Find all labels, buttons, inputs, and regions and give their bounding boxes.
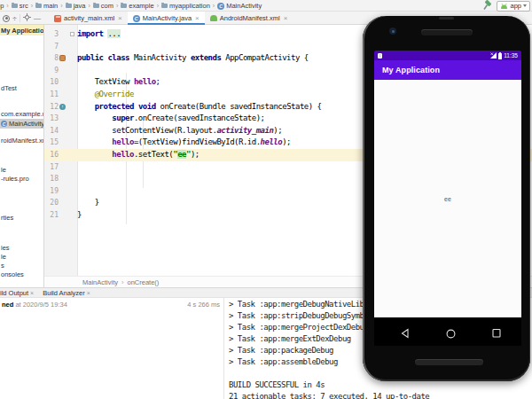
front-camera [389, 27, 396, 35]
folder-icon [161, 4, 168, 8]
home-icon[interactable] [446, 326, 456, 342]
breadcrumb-item-MainActivity[interactable]: CMainActivity [217, 2, 262, 10]
tree-item-com-example-myap[interactable]: com.example.myap [0, 109, 43, 119]
app-toolbar: My Application [374, 60, 521, 80]
build-status-line: ned at 2020/9/5 19:34 [2, 301, 67, 309]
line-number: 8 [44, 52, 59, 65]
breadcrumb-item-src[interactable]: src [12, 2, 28, 10]
class-file-icon: C [133, 15, 140, 22]
tree-item-My-Application-[interactable]: My Application] [0, 25, 43, 35]
breadcrumb-separator: › [116, 3, 118, 9]
toolwindow-tab-ild-Output[interactable]: ild Output× [0, 289, 38, 297]
project-tree-panel[interactable]: My Application]dTestcom.example.myapCMai… [0, 25, 44, 287]
tree-item-onsoles[interactable]: onsoles [0, 270, 43, 279]
run-configuration-selector[interactable]: app [497, 1, 530, 12]
line-number: 17 [44, 161, 59, 174]
breadcrumb-item-pp[interactable]: pp [0, 2, 4, 10]
locate-icon[interactable] [3, 15, 10, 22]
folder-icon [121, 4, 127, 8]
panel-divider [223, 298, 224, 399]
folder-icon [66, 4, 72, 8]
line-number: 19 [44, 185, 59, 198]
android-status-bar: 11:35 [374, 51, 521, 60]
line-number: 12 [44, 101, 59, 113]
battery-icon [498, 52, 502, 59]
breadcrumb-method[interactable]: onCreate() [128, 278, 160, 286]
android-studio-window: pp›src›main›java›com›example›myapplicati… [0, 0, 532, 399]
recents-icon[interactable] [492, 326, 501, 342]
manifest-file-icon [210, 15, 217, 21]
line-number: 15 [44, 137, 59, 149]
bottom-speaker [415, 359, 483, 365]
console-line: 21 actionable tasks: 7 executed, 14 up-t… [229, 391, 429, 399]
cellular-signal-icon [490, 52, 497, 59]
breadcrumb-item-example[interactable]: example [121, 2, 153, 10]
earpiece-speaker [421, 29, 473, 35]
mic-slot [439, 17, 454, 20]
tree-item-rties[interactable]: rties [0, 213, 43, 223]
folder-icon [93, 4, 99, 8]
line-number: 10 [44, 76, 59, 89]
breadcrumb-class[interactable]: MainActivity [82, 278, 118, 286]
chevron-down-icon [523, 4, 527, 7]
close-icon[interactable]: × [195, 14, 200, 22]
tree-item-roidManifest-xml[interactable]: roidManifest.xml [0, 136, 43, 145]
line-number: 3 [44, 28, 59, 41]
breadcrumb-separator: › [6, 3, 8, 9]
class-icon: C [217, 3, 224, 10]
gutter-override-icon[interactable]: ↑ [59, 104, 66, 110]
hide-icon[interactable]: — [34, 14, 41, 22]
editor-tabs: activity_main.xml×CMainActivity.java×And… [49, 12, 293, 25]
collapse-all-icon[interactable]: ÷ [12, 14, 17, 23]
breadcrumb-item-main[interactable]: main [35, 2, 58, 10]
tree-item-MainActivity[interactable]: CMainActivity [0, 119, 43, 129]
breadcrumb-item-java[interactable]: java [66, 2, 86, 10]
tree-item--rules-pro[interactable]: -rules.pro [0, 174, 43, 184]
android-nav-bar [374, 317, 521, 346]
close-icon[interactable]: × [118, 14, 122, 22]
line-number: 16 [44, 149, 59, 161]
line-number: 11 [44, 89, 59, 101]
line-number: 18 [44, 173, 59, 185]
breadcrumb-item-com[interactable]: com [93, 2, 113, 10]
line-number: 14 [44, 125, 59, 137]
folder-icon [12, 4, 18, 8]
gutter-class-icon[interactable] [59, 55, 66, 61]
emulator-window[interactable]: 11:35 My Application ee [363, 16, 530, 381]
run-config-label: app [510, 2, 521, 10]
navigation-bar: pp›src›main›java›com›example›myapplicati… [0, 0, 532, 12]
clock: 11:35 [504, 52, 518, 59]
line-number: 21 [44, 209, 59, 222]
breadcrumb-separator: › [213, 3, 215, 9]
tab-activity_main.xml[interactable]: activity_main.xml× [49, 12, 128, 25]
breadcrumb-separator: › [157, 3, 159, 9]
layout-file-icon [54, 15, 61, 22]
breadcrumb-item-myapplication[interactable]: myapplication [161, 2, 210, 10]
textview-hello: ee [444, 196, 451, 202]
close-icon[interactable]: × [30, 290, 34, 296]
toolwindow-tab-Build-Analyzer[interactable]: Build Analyzer× [38, 289, 95, 297]
breadcrumb-separator: › [88, 3, 90, 9]
fold-marker-icon[interactable] [70, 32, 74, 36]
notification-icon [378, 53, 382, 59]
tab-MainActivity.java[interactable]: CMainActivity.java× [128, 12, 205, 25]
android-icon [500, 3, 508, 10]
tree-item-dTest[interactable]: dTest [0, 83, 43, 93]
line-number: 20 [44, 197, 59, 209]
back-icon[interactable] [401, 326, 410, 342]
breadcrumb-separator: › [31, 3, 33, 9]
line-number: 7 [44, 41, 59, 53]
toolbar-right: app [482, 0, 530, 12]
line-number: 9 [44, 65, 59, 77]
app-content: ee [374, 80, 521, 317]
settings-icon[interactable] [23, 13, 31, 23]
emulator-screen[interactable]: 11:35 My Application ee [374, 51, 521, 346]
tab-AndroidManifest.xml[interactable]: AndroidManifest.xml× [205, 12, 293, 25]
line-number: 13 [44, 113, 59, 125]
build-duration: 4 s 266 ms [187, 301, 220, 309]
project-panel-toolbar: ÷ — [0, 12, 47, 25]
app-title: My Application [382, 66, 440, 74]
close-icon[interactable]: × [284, 14, 288, 22]
class-icon: C [1, 121, 7, 127]
close-icon[interactable]: × [87, 290, 90, 296]
